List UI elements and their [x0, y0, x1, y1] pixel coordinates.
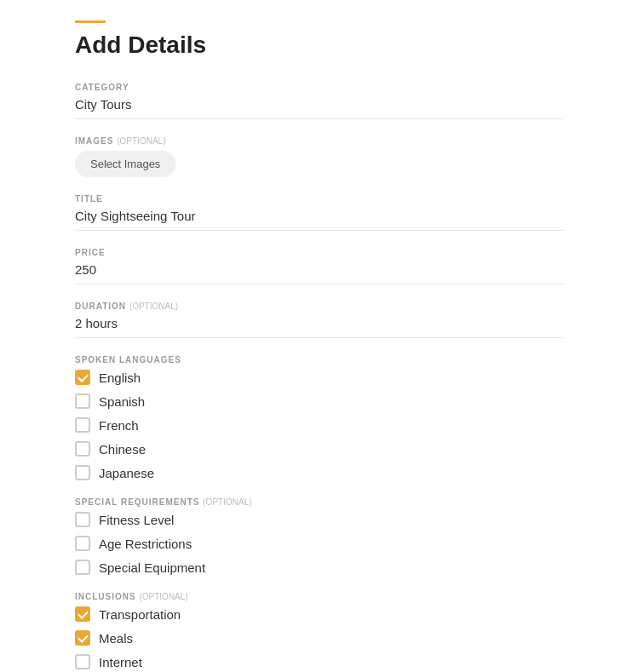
duration-optional: (OPTIONAL)	[129, 302, 178, 311]
checkbox-item-internet[interactable]: Internet	[75, 654, 563, 669]
title-value: City Sightseeing Tour	[75, 209, 563, 231]
inclusions-checkboxes: Transportation Meals Internet Souvenirs	[75, 606, 563, 672]
checkbox-label-french: French	[99, 418, 139, 433]
spoken-languages-checkboxes: English Spanish French Chinese Japanese	[75, 370, 563, 480]
checkbox-age[interactable]	[75, 536, 90, 551]
inclusions-optional: (OPTIONAL)	[139, 592, 187, 601]
inclusions-label: INCLUSIONS (OPTIONAL)	[75, 592, 563, 601]
checkbox-label-transportation: Transportation	[99, 607, 181, 622]
checkbox-item-equipment[interactable]: Special Equipment	[75, 560, 563, 575]
duration-field: DURATION (OPTIONAL) 2 hours	[75, 302, 563, 338]
price-label: PRICE	[75, 248, 563, 257]
checkbox-meals[interactable]	[75, 630, 90, 646]
checkbox-item-french[interactable]: French	[75, 417, 563, 433]
checkbox-fitness[interactable]	[75, 512, 90, 527]
checkbox-label-english: English	[99, 370, 141, 385]
checkbox-chinese[interactable]	[75, 441, 90, 457]
checkbox-french[interactable]	[75, 417, 90, 433]
checkbox-item-spanish[interactable]: Spanish	[75, 393, 563, 409]
inclusions-field: INCLUSIONS (OPTIONAL) Transportation Mea…	[75, 592, 563, 672]
checkbox-label-japanese: Japanese	[99, 466, 154, 480]
checkbox-label-spanish: Spanish	[99, 394, 145, 409]
category-value: City Tours	[75, 97, 563, 119]
checkbox-item-meals[interactable]: Meals	[75, 630, 563, 646]
special-requirements-field: SPECIAL REQUIREMENTS (OPTIONAL) Fitness …	[75, 497, 563, 575]
checkbox-item-japanese[interactable]: Japanese	[75, 465, 563, 480]
page-title: Add Details	[75, 32, 563, 59]
category-field: CATEGORY City Tours	[75, 83, 563, 119]
checkbox-english[interactable]	[75, 370, 90, 385]
price-value: 250	[75, 262, 563, 284]
price-field: PRICE 250	[75, 248, 563, 284]
checkbox-transportation[interactable]	[75, 606, 90, 622]
duration-label: DURATION (OPTIONAL)	[75, 302, 563, 311]
select-images-button[interactable]: Select Images	[75, 151, 175, 177]
checkbox-label-fitness: Fitness Level	[99, 513, 174, 527]
checkbox-label-age: Age Restrictions	[99, 537, 192, 551]
images-optional: (OPTIONAL)	[117, 136, 165, 146]
images-field: IMAGES (OPTIONAL) Select Images	[75, 136, 563, 177]
checkbox-item-english[interactable]: English	[75, 370, 563, 385]
title-label: TITLE	[75, 194, 563, 204]
spoken-languages-label: SPOKEN LANGUAGES	[75, 355, 563, 365]
main-container: Add Details CATEGORY City Tours IMAGES (…	[0, 0, 638, 672]
special-requirements-label: SPECIAL REQUIREMENTS (OPTIONAL)	[75, 497, 563, 507]
category-label: CATEGORY	[75, 83, 563, 92]
checkbox-label-equipment: Special Equipment	[99, 560, 205, 575]
checkbox-label-meals: Meals	[99, 631, 133, 646]
checkbox-item-transportation[interactable]: Transportation	[75, 606, 563, 622]
spoken-languages-field: SPOKEN LANGUAGES English Spanish French …	[75, 355, 563, 480]
checkbox-equipment[interactable]	[75, 560, 90, 575]
images-label: IMAGES (OPTIONAL)	[75, 136, 563, 146]
checkbox-item-age[interactable]: Age Restrictions	[75, 536, 563, 551]
checkbox-item-chinese[interactable]: Chinese	[75, 441, 563, 457]
checkbox-internet[interactable]	[75, 654, 90, 669]
special-requirements-checkboxes: Fitness Level Age Restrictions Special E…	[75, 512, 563, 575]
accent-bar	[75, 20, 106, 23]
checkbox-spanish[interactable]	[75, 393, 90, 409]
special-requirements-optional: (OPTIONAL)	[203, 497, 251, 507]
checkbox-item-fitness[interactable]: Fitness Level	[75, 512, 563, 527]
title-field: TITLE City Sightseeing Tour	[75, 194, 563, 231]
checkbox-label-internet: Internet	[99, 655, 142, 669]
checkbox-japanese[interactable]	[75, 465, 90, 480]
checkbox-label-chinese: Chinese	[99, 442, 146, 457]
duration-value: 2 hours	[75, 316, 563, 338]
